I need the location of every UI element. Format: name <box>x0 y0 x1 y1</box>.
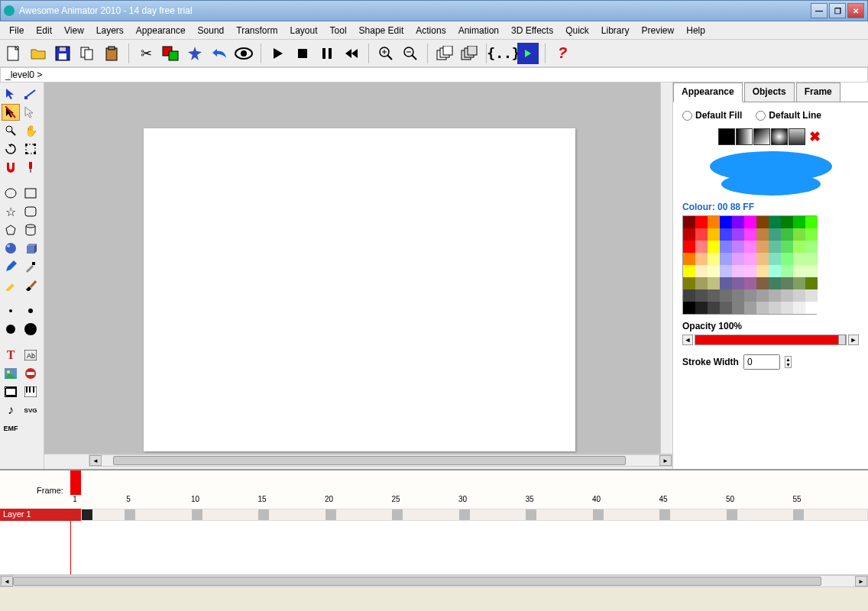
pin-tool[interactable] <box>21 159 40 176</box>
menu-edit[interactable]: Edit <box>30 23 58 38</box>
menu-quick[interactable]: Quick <box>559 23 595 38</box>
menu-appearance[interactable]: Appearance <box>130 23 192 38</box>
palette-swatch[interactable] <box>793 228 805 241</box>
palette-swatch[interactable] <box>769 302 781 314</box>
palette-swatch[interactable] <box>769 241 781 253</box>
menu-3d-effects[interactable]: 3D Effects <box>505 23 559 38</box>
menu-actions[interactable]: Actions <box>410 23 452 38</box>
stop-button[interactable] <box>292 43 313 64</box>
menu-preview[interactable]: Preview <box>636 23 681 38</box>
palette-swatch[interactable] <box>756 253 769 265</box>
palette-swatch[interactable] <box>695 289 708 302</box>
fill-diagonal[interactable] <box>753 128 770 145</box>
palette-swatch[interactable] <box>756 228 769 241</box>
palette-swatch[interactable] <box>781 302 793 314</box>
palette-swatch[interactable] <box>781 241 793 253</box>
piano-tool[interactable] <box>21 383 40 400</box>
no-entry-tool[interactable] <box>21 365 40 382</box>
palette-swatch[interactable] <box>708 302 720 314</box>
rewind-button[interactable] <box>341 43 362 64</box>
palette-swatch[interactable] <box>683 265 695 277</box>
star-tool[interactable]: ☆ <box>2 203 20 220</box>
opacity-left-icon[interactable]: ◄ <box>682 335 693 345</box>
palette-swatch[interactable] <box>708 277 720 289</box>
svg-tool[interactable]: SVG <box>21 402 40 419</box>
frame-marker[interactable] <box>526 509 536 520</box>
opacity-slider[interactable]: ◄ ► <box>682 335 859 345</box>
color-palette[interactable] <box>682 215 817 315</box>
dot-small-tool[interactable] <box>2 302 20 319</box>
frame-marker[interactable] <box>125 509 135 520</box>
palette-swatch[interactable] <box>769 277 781 289</box>
maximize-button[interactable]: ❐ <box>829 3 846 18</box>
palette-swatch[interactable] <box>695 302 708 314</box>
palette-swatch[interactable] <box>732 302 744 314</box>
layer-1-label[interactable]: Layer 1 <box>0 509 81 521</box>
copy-button[interactable] <box>76 43 98 64</box>
lasso-tool[interactable] <box>21 104 40 121</box>
palette-swatch[interactable] <box>683 277 695 289</box>
scroll-right-icon[interactable]: ► <box>659 455 672 466</box>
palette-swatch[interactable] <box>744 228 756 241</box>
dot-large-tool[interactable] <box>2 321 20 338</box>
menu-layout[interactable]: Layout <box>284 23 324 38</box>
palette-swatch[interactable] <box>720 216 732 228</box>
palette-swatch[interactable] <box>708 241 720 253</box>
palette-swatch[interactable] <box>708 265 720 277</box>
palette-swatch[interactable] <box>720 265 732 277</box>
palette-swatch[interactable] <box>695 216 708 228</box>
palette-swatch[interactable] <box>744 265 756 277</box>
transform-tool[interactable] <box>21 141 40 157</box>
palette-swatch[interactable] <box>744 289 756 302</box>
duplicate-2-button[interactable] <box>458 43 480 64</box>
palette-swatch[interactable] <box>732 228 744 241</box>
frame-marker[interactable] <box>593 509 604 520</box>
palette-swatch[interactable] <box>756 265 769 277</box>
menu-library[interactable]: Library <box>595 23 636 38</box>
scroll-left-icon[interactable]: ◄ <box>89 455 102 466</box>
blob-button[interactable] <box>184 43 206 64</box>
palette-swatch[interactable] <box>793 265 805 277</box>
palette-swatch[interactable] <box>781 216 793 228</box>
opacity-right-icon[interactable]: ► <box>848 335 859 345</box>
palette-swatch[interactable] <box>708 216 720 228</box>
palette-swatch[interactable] <box>708 228 720 241</box>
palette-swatch[interactable] <box>695 253 708 265</box>
palette-swatch[interactable] <box>793 216 805 228</box>
palette-swatch[interactable] <box>720 253 732 265</box>
canvas[interactable] <box>144 128 575 451</box>
new-button[interactable] <box>3 43 24 64</box>
palette-swatch[interactable] <box>793 302 805 314</box>
palette-swatch[interactable] <box>732 241 744 253</box>
text-box-tool[interactable]: Ab <box>21 347 40 364</box>
close-button[interactable]: ✕ <box>847 3 864 18</box>
ellipse-tool[interactable] <box>2 185 20 202</box>
palette-swatch[interactable] <box>793 277 805 289</box>
palette-swatch[interactable] <box>805 265 818 277</box>
palette-swatch[interactable] <box>683 253 695 265</box>
palette-swatch[interactable] <box>683 289 695 302</box>
open-button[interactable] <box>28 43 49 64</box>
menu-tool[interactable]: Tool <box>324 23 353 38</box>
menu-transform[interactable]: Transform <box>230 23 283 38</box>
emf-tool[interactable]: EMF <box>2 420 20 437</box>
help-button[interactable]: ? <box>552 43 573 64</box>
palette-swatch[interactable] <box>756 302 769 314</box>
menu-animation[interactable]: Animation <box>452 23 505 38</box>
menu-shape-edit[interactable]: Shape Edit <box>353 23 410 38</box>
palette-swatch[interactable] <box>781 253 793 265</box>
palette-swatch[interactable] <box>683 241 695 253</box>
palette-swatch[interactable] <box>695 228 708 241</box>
canvas-vertical-scrollbar[interactable] <box>660 82 672 454</box>
fill-none[interactable]: ✖ <box>806 128 823 145</box>
tl-scroll-right-icon[interactable]: ► <box>855 576 867 587</box>
palette-swatch[interactable] <box>732 216 744 228</box>
palette-swatch[interactable] <box>793 241 805 253</box>
palette-swatch[interactable] <box>695 241 708 253</box>
palette-swatch[interactable] <box>805 277 818 289</box>
pencil-tool[interactable] <box>2 276 20 293</box>
preview-button[interactable] <box>233 43 254 64</box>
fill-radial[interactable] <box>771 128 788 145</box>
direct-select-tool[interactable] <box>2 104 20 121</box>
polygon-tool[interactable] <box>2 221 20 238</box>
